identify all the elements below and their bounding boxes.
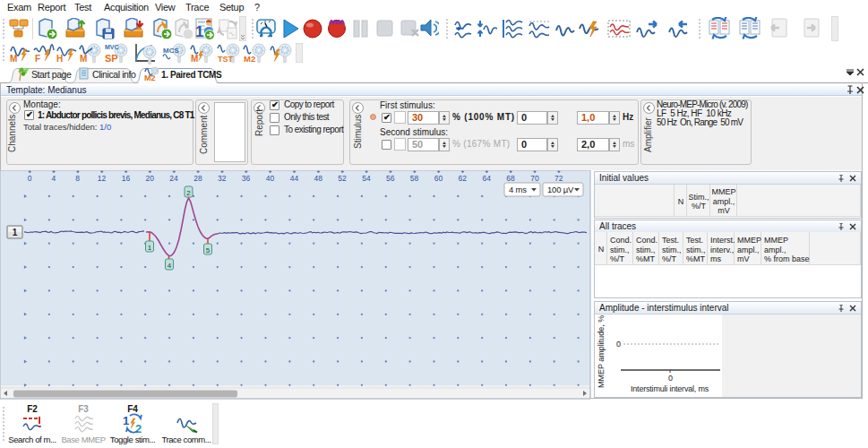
svg-text:M: M <box>10 54 17 64</box>
svg-text:58: 58 <box>410 174 419 183</box>
svg-text:54: 54 <box>362 174 371 183</box>
svg-text:4 ms: 4 ms <box>509 185 527 194</box>
svg-text:0: 0 <box>28 174 32 183</box>
svg-text:0: 0 <box>616 340 621 349</box>
svg-text:4: 4 <box>168 262 172 270</box>
svg-text:H: H <box>56 54 63 64</box>
svg-text:8: 8 <box>75 174 80 183</box>
svg-text:12: 12 <box>98 174 107 183</box>
svg-text:62: 62 <box>459 174 468 183</box>
svg-text:28: 28 <box>193 174 202 183</box>
svg-text:Clinical info: Clinical info <box>92 69 136 80</box>
svg-text:68: 68 <box>506 174 515 183</box>
svg-text:MCS: MCS <box>163 47 179 55</box>
svg-text:2: 2 <box>186 189 191 197</box>
svg-text:56: 56 <box>386 174 395 183</box>
svg-text:44: 44 <box>290 174 299 183</box>
svg-text:F: F <box>35 54 40 64</box>
svg-text:4: 4 <box>52 174 56 183</box>
svg-text:M2: M2 <box>144 73 156 82</box>
svg-text:40: 40 <box>266 174 275 183</box>
svg-text:M2: M2 <box>244 54 255 64</box>
svg-text:MVC: MVC <box>105 44 119 50</box>
svg-text:72: 72 <box>554 174 563 183</box>
svg-text:Start page: Start page <box>31 69 72 80</box>
svg-text:1: 1 <box>13 228 18 237</box>
svg-text:20: 20 <box>145 174 154 183</box>
svg-text:64: 64 <box>482 174 491 183</box>
svg-text:1: 1 <box>148 244 152 252</box>
svg-text:1. Paired TCMS: 1. Paired TCMS <box>161 70 222 80</box>
svg-text:MMEP amplitude, %: MMEP amplitude, % <box>597 315 606 388</box>
svg-text:M: M <box>80 54 87 64</box>
svg-text:70: 70 <box>530 174 539 183</box>
svg-text:60: 60 <box>434 174 443 183</box>
svg-text:16: 16 <box>122 174 131 183</box>
svg-text:24: 24 <box>169 174 178 183</box>
svg-text:52: 52 <box>338 174 347 183</box>
svg-text:SP: SP <box>105 53 118 64</box>
svg-text:0: 0 <box>668 374 673 383</box>
svg-text:M: M <box>191 54 198 64</box>
svg-text:1: 1 <box>123 414 129 427</box>
svg-text:32: 32 <box>218 174 227 183</box>
svg-text:TST: TST <box>218 55 234 64</box>
svg-text:1: 1 <box>195 23 203 40</box>
svg-text:Interstimuli interval, ms: Interstimuli interval, ms <box>631 384 709 393</box>
svg-text:36: 36 <box>242 174 251 183</box>
svg-text:5: 5 <box>206 246 211 254</box>
svg-text:48: 48 <box>314 174 322 183</box>
svg-text:100 µV: 100 µV <box>547 185 574 194</box>
